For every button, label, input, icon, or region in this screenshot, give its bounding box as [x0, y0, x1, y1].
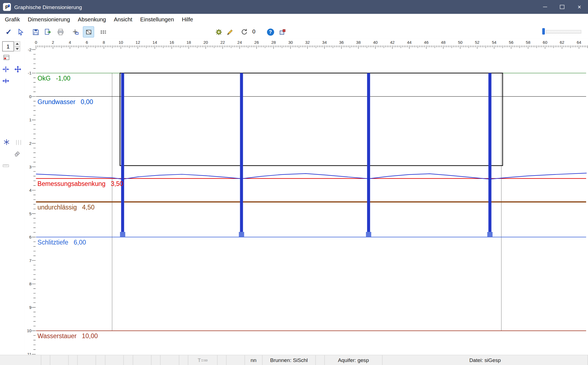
close-button[interactable]: ×	[571, 0, 588, 14]
align-wells-button[interactable]	[2, 66, 9, 74]
edit-pencil-button[interactable]	[224, 26, 235, 38]
svg-text:4: 4	[29, 188, 31, 192]
zoom-slider[interactable]	[542, 27, 581, 36]
excavation-pit	[120, 73, 503, 166]
svg-text:1: 1	[29, 117, 31, 122]
window-title: Graphische Dimensionierung	[14, 4, 82, 10]
svg-text:0: 0	[29, 94, 31, 99]
statusbar-cell-empty	[0, 355, 41, 365]
select-pointer-icon	[17, 28, 25, 36]
chevron-down-icon	[16, 48, 19, 50]
drawing-canvas[interactable]: 0246810121416182022242628303234363840424…	[24, 39, 588, 355]
statusbar-cell-empty	[316, 355, 325, 365]
dimensioning-drawing[interactable]: 0246810121416182022242628303234363840424…	[24, 39, 588, 355]
draw-polygon-button[interactable]	[83, 26, 94, 38]
svg-text:62: 62	[560, 40, 564, 45]
menu-ansicht[interactable]: Ansicht	[110, 15, 136, 24]
settings-gear-button[interactable]	[213, 26, 224, 38]
menu-grafik[interactable]: Grafik	[1, 15, 24, 24]
page-spinner-value[interactable]: 1	[2, 41, 14, 51]
print-button[interactable]	[55, 26, 66, 38]
settings-gear-icon	[215, 28, 223, 36]
svg-text:46: 46	[424, 40, 429, 45]
ruler-button[interactable]	[2, 162, 9, 171]
svg-text:26: 26	[254, 40, 259, 45]
components-button[interactable]	[277, 26, 288, 38]
svg-text:14: 14	[153, 40, 157, 45]
statusbar-cell-empty	[78, 355, 96, 365]
align-wells-icon	[2, 66, 9, 73]
minimize-icon	[543, 7, 547, 7]
close-icon: ×	[578, 4, 581, 10]
statusbar-cell: nn	[245, 355, 262, 365]
svg-text:64: 64	[577, 40, 581, 45]
menu-absenkung[interactable]: Absenkung	[74, 15, 110, 24]
svg-text:10: 10	[27, 328, 31, 333]
eraser-icon	[13, 150, 21, 157]
svg-text:-1: -1	[28, 71, 31, 75]
print-icon	[56, 28, 64, 36]
app-logo-icon: P	[3, 3, 11, 11]
eraser-button[interactable]	[13, 150, 21, 159]
statusbar-cell-empty	[124, 355, 133, 365]
maximize-button[interactable]	[554, 0, 571, 14]
svg-text:10: 10	[118, 40, 123, 45]
application-window: P Graphische Dimensionierung × Grafik Di…	[0, 0, 588, 365]
save-button[interactable]	[30, 26, 41, 38]
svg-text:Schlitztiefe 6,00: Schlitztiefe 6,00	[37, 239, 86, 246]
svg-text:58: 58	[526, 40, 531, 45]
measure-axes-icon	[71, 28, 79, 36]
toolbar: ✓ 0 ?	[0, 25, 588, 39]
maximize-icon	[560, 5, 564, 9]
level-labels: OkG -1,00Grundwasser 0,00Bemessungsabsen…	[37, 75, 123, 340]
svg-text:0: 0	[35, 40, 37, 45]
distribute-button[interactable]	[2, 77, 9, 86]
svg-text:undurchlässig 4,50: undurchlässig 4,50	[37, 204, 95, 211]
undo-rotate-icon	[240, 28, 248, 36]
snap-button[interactable]	[3, 139, 10, 147]
page-spinner[interactable]: 1	[2, 41, 21, 51]
svg-text:38: 38	[356, 40, 361, 45]
distribute-icon	[2, 77, 9, 84]
svg-text:40: 40	[373, 40, 378, 45]
statusbar-cell-empty	[133, 355, 152, 365]
svg-text:56: 56	[509, 40, 514, 45]
hatch-lines-icon	[99, 28, 107, 36]
export-button[interactable]	[42, 26, 53, 38]
svg-text:Grundwasser 0,00: Grundwasser 0,00	[37, 98, 93, 105]
measure-axes-button[interactable]	[70, 26, 81, 38]
spinner-up-button[interactable]	[14, 41, 20, 47]
help-button[interactable]: ?	[265, 26, 276, 38]
svg-text:16: 16	[170, 40, 174, 45]
chevron-up-icon	[16, 43, 19, 45]
svg-text:44: 44	[407, 40, 412, 45]
level-lines	[36, 73, 586, 331]
spinner-down-button[interactable]	[14, 46, 20, 51]
menu-hilfe[interactable]: Hilfe	[178, 15, 197, 24]
statusbar-cell: Aquifer: gesp	[325, 355, 382, 365]
help-icon: ?	[267, 28, 274, 36]
confirm-check-button[interactable]: ✓	[3, 26, 14, 38]
title-bar: P Graphische Dimensionierung ×	[0, 0, 588, 14]
minimize-button[interactable]	[536, 0, 554, 14]
svg-text:6: 6	[86, 40, 88, 45]
export-icon	[44, 28, 52, 36]
grid-button[interactable]	[15, 139, 22, 148]
svg-text:7: 7	[29, 258, 31, 263]
move-button[interactable]	[14, 66, 21, 74]
menu-einstellungen[interactable]: Einstellungen	[136, 15, 178, 24]
svg-text:8: 8	[29, 281, 31, 286]
save-icon	[32, 28, 40, 36]
statusbar-cell: T=∞	[188, 355, 217, 365]
confirm-check-icon: ✓	[5, 28, 12, 36]
layout-button[interactable]	[3, 54, 10, 63]
svg-text:60: 60	[543, 40, 548, 45]
zoom-slider-thumb[interactable]	[542, 28, 545, 35]
undo-rotate-button[interactable]	[238, 26, 250, 38]
svg-text:48: 48	[441, 40, 446, 45]
select-pointer-button[interactable]	[15, 26, 26, 38]
svg-text:52: 52	[475, 40, 479, 45]
status-bar: T=∞nnBrunnen: SiSchlAquifer: gespDatei: …	[0, 355, 588, 365]
hatch-lines-button[interactable]	[98, 26, 109, 38]
menu-dimensionierung[interactable]: Dimensionierung	[24, 15, 74, 24]
